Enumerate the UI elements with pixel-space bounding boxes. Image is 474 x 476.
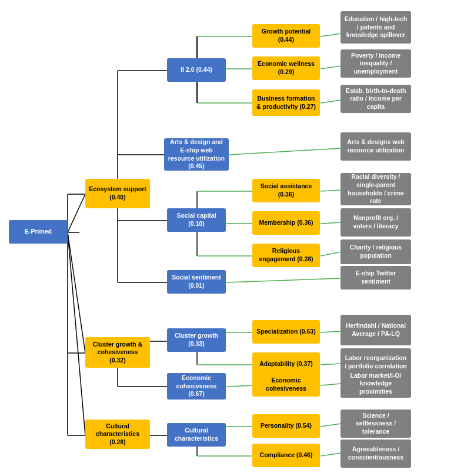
- svg-line-33: [226, 278, 341, 282]
- eship-twitter-label: E-ship Twitter sentiment: [344, 269, 408, 285]
- adaptability-label: Adaptability (0.37): [259, 360, 312, 368]
- svg-line-3: [68, 232, 85, 435]
- racial-label: Racial diversity / single-parent househo…: [344, 173, 408, 205]
- svg-line-0: [68, 194, 85, 232]
- svg-line-23: [321, 100, 341, 103]
- node-edu-high: Education / high-tech / patents and know…: [341, 11, 411, 44]
- labor-reorg-label: Labor reorganization / portfolio correla…: [344, 354, 408, 370]
- svg-line-51: [321, 424, 341, 427]
- social-sent-label: Social sentiment (0.01): [171, 274, 222, 289]
- labor-market-label: Labor market/I-O/ knowledge proximities: [344, 372, 408, 396]
- node-cluster-growth: Cluster growth (0.33): [167, 328, 226, 352]
- charity-label: Charity / religious population: [344, 244, 408, 259]
- cultural-label: Cultural characteristics (0.28): [89, 422, 146, 447]
- svg-line-43: [321, 364, 341, 365]
- svg-line-32: [321, 252, 341, 256]
- econ-coh-leaf-label: Economic cohesiveness: [256, 377, 316, 392]
- ii20-label: II 2.0 (0.44): [181, 66, 212, 74]
- svg-line-42: [321, 331, 341, 332]
- religious-label: Religious engagement (0.28): [256, 247, 316, 263]
- cluster-growth-label: Cluster growth (0.33): [171, 332, 222, 348]
- node-ii20: II 2.0 (0.44): [167, 58, 226, 82]
- agreeableness-label: Agreeableness / conscientiousness: [344, 445, 408, 461]
- node-econ-coh-leaf: Economic cohesiveness: [252, 373, 320, 397]
- svg-line-45: [321, 384, 341, 385]
- svg-line-22: [321, 66, 341, 69]
- tree-container: E-Primed Ecosystem support (0.40) Cluste…: [0, 0, 474, 476]
- compliance-label: Compliance (0.46): [260, 451, 313, 460]
- node-racial: Racial diversity / single-parent househo…: [341, 173, 411, 205]
- node-religious: Religious engagement (0.28): [252, 244, 320, 267]
- node-charity: Charity / religious population: [341, 239, 411, 264]
- growth-pot-label: Growth potential (0.44): [256, 28, 316, 44]
- svg-line-44: [226, 385, 253, 387]
- specialization-label: Specialization (0.63): [256, 328, 315, 336]
- node-econ-coh: Economic cohesiveness (0.67): [167, 373, 226, 400]
- arts-label: Arts & design and E-ship web resource ut…: [168, 138, 225, 171]
- node-cluster: Cluster growth & cohesiveness (0.32): [85, 337, 150, 368]
- node-ecosystem: Ecosystem support (0.40): [85, 179, 150, 208]
- edu-high-label: Education / high-tech / patents and know…: [344, 15, 408, 39]
- econ-coh-label: Economic cohesiveness (0.67): [171, 374, 222, 398]
- herfindahl-label: Herfindahl / National Average / PA-LQ: [344, 322, 408, 338]
- svg-line-24: [229, 148, 341, 155]
- membership-label: Membership (0.36): [259, 219, 313, 227]
- poverty-label: Poverty / income inequality / unemployme…: [344, 52, 408, 76]
- node-agreeableness: Agreeableness / conscientiousness: [341, 440, 411, 468]
- svg-line-31: [321, 222, 341, 224]
- node-herfindahl: Herfindahl / National Average / PA-LQ: [341, 315, 411, 345]
- svg-line-30: [321, 190, 341, 191]
- node-social-assist: Social assistance (0.36): [252, 179, 320, 202]
- node-nonprofit: Nonprofit org. / voters / literacy: [341, 208, 411, 237]
- cultural-char-label: Cultural characteristics: [171, 427, 222, 442]
- svg-line-2: [68, 232, 85, 353]
- node-estab: Estab. birth-to-death ratio / income per…: [341, 85, 411, 113]
- node-compliance: Compliance (0.46): [252, 444, 320, 467]
- node-arts: Arts & design and E-ship web resource ut…: [164, 138, 229, 171]
- node-membership: Membership (0.36): [252, 211, 320, 235]
- personality-label: Personality (0.54): [261, 422, 312, 430]
- node-biz-form: Business formation & productivity (0.27): [252, 89, 320, 116]
- svg-line-21: [321, 34, 341, 36]
- estab-label: Estab. birth-to-death ratio / income per…: [344, 87, 408, 111]
- ecosystem-label: Ecosystem support (0.40): [89, 185, 146, 201]
- node-personality: Personality (0.54): [252, 414, 320, 438]
- econ-well-label: Economic wellness (0.29): [256, 60, 316, 76]
- science-label: Science / selflessness / tolerance: [344, 412, 408, 436]
- biz-form-label: Business formation & productivity (0.27): [256, 95, 316, 111]
- arts-web-label: Arts & designs web resource utilization: [344, 138, 408, 154]
- node-social-cap: Social capital (0.10): [167, 208, 226, 232]
- node-cultural-char: Cultural characteristics: [167, 423, 226, 447]
- node-social-sent: Social sentiment (0.01): [167, 270, 226, 294]
- nonprofit-label: Nonprofit org. / voters / literacy: [344, 214, 408, 230]
- svg-line-52: [321, 453, 341, 456]
- node-root: E-Primed: [9, 220, 68, 244]
- node-growth-pot: Growth potential (0.44): [252, 24, 320, 48]
- node-adaptability: Adaptability (0.37): [252, 352, 320, 376]
- social-cap-label: Social capital (0.10): [171, 212, 222, 228]
- cluster-label: Cluster growth & cohesiveness (0.32): [89, 341, 146, 365]
- node-science: Science / selflessness / tolerance: [341, 410, 411, 438]
- node-eship-twitter: E-ship Twitter sentiment: [341, 266, 411, 289]
- node-arts-web: Arts & designs web resource utilization: [341, 132, 411, 161]
- node-cultural: Cultural characteristics (0.28): [85, 420, 150, 449]
- node-econ-well: Economic wellness (0.29): [252, 56, 320, 80]
- node-labor-market: Labor market/I-O/ knowledge proximities: [341, 370, 411, 398]
- node-poverty: Poverty / income inequality / unemployme…: [341, 49, 411, 78]
- social-assist-label: Social assistance (0.36): [256, 182, 316, 198]
- node-specialization: Specialization (0.63): [252, 320, 320, 344]
- root-label: E-Primed: [25, 228, 52, 236]
